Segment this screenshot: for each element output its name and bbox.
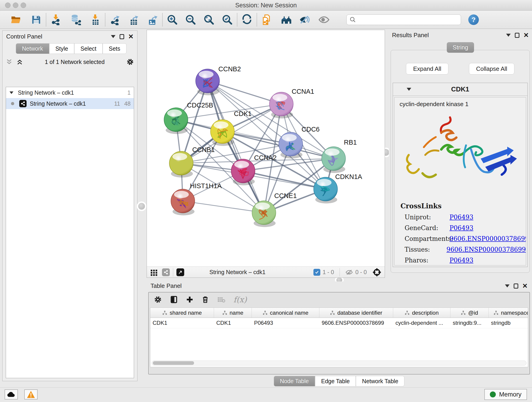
network-node-ccnb1[interactable] [169,151,193,178]
collection-expand-icon[interactable] [10,91,13,94]
panel-float-icon[interactable] [120,34,124,39]
network-node-rb1[interactable] [322,147,346,173]
crosslinks-section: CrossLinks Uniprot:P06493GeneCard:P06493… [400,202,526,264]
panel-float-icon[interactable] [514,283,518,288]
network-node-ccnb2[interactable] [196,69,220,95]
export-network-button[interactable] [109,14,121,26]
column-header[interactable]: name [214,308,252,318]
table-cell: 9606.ENSP00000378699 [319,318,393,328]
network-node-ccne1[interactable] [252,201,276,227]
import-table-button[interactable] [89,14,101,26]
column-header[interactable]: shared name [150,308,214,318]
tab-style[interactable]: Style [49,43,75,54]
crosslink-row: GeneCard:P06493 [400,224,526,231]
network-icon [19,100,27,107]
network-collection-row[interactable]: String Network – cdk1 1 [6,87,134,98]
tab-select[interactable]: Select [74,43,102,54]
table-horizontal-scrollbar[interactable] [152,361,526,366]
zoom-in-button[interactable] [166,14,178,26]
selected-checkbox-icon[interactable] [313,269,320,276]
scrollbar-thumb[interactable] [153,361,194,365]
network-node-cdkn1a[interactable] [314,177,337,204]
export-table-button[interactable] [128,14,140,26]
panel-close-icon[interactable]: ✕ [128,34,133,39]
houses-icon [281,14,292,26]
expand-all-icon[interactable] [16,58,23,65]
node-label: CCNA1 [292,88,314,95]
network-node-cdc25b[interactable] [164,108,188,134]
column-header[interactable]: database identifier [319,308,393,318]
help-button[interactable]: ? [468,14,479,25]
column-header[interactable]: description [393,308,450,318]
crosslink-link[interactable]: P06493 [450,257,473,264]
zoom-selected-button[interactable] [221,14,233,26]
string-results-container: Expand All Collapse All CDK1 cyclin-depe… [391,50,530,273]
column-header[interactable]: namespace [489,308,528,318]
tab-sets[interactable]: Sets [103,43,127,54]
tab-node-table[interactable]: Node Table [274,376,315,386]
panel-close-icon[interactable]: ✕ [524,33,529,38]
tab-network[interactable]: Network [16,43,49,54]
network-edge[interactable] [208,81,264,213]
panel-menu-icon[interactable] [111,35,115,38]
eye-icon [318,14,330,26]
import-network-from-database-button[interactable] [70,14,82,26]
collapse-all-button[interactable]: Collapse All [469,63,514,75]
crosslink-link[interactable]: P06493 [450,224,473,231]
birdseye-icon[interactable] [372,268,381,277]
zoom-fit-button[interactable] [203,14,215,26]
panel-menu-icon[interactable] [505,284,510,287]
network-node-cdc6[interactable] [279,132,303,159]
tab-network-table[interactable]: Network Table [356,376,404,386]
show-hidden-button[interactable] [318,14,330,26]
network-badge-icon [162,268,170,276]
zoom-out-button[interactable] [185,14,196,26]
table-settings-gear-icon[interactable] [154,295,162,304]
column-header[interactable]: @id [450,308,489,318]
panel-float-icon[interactable] [515,33,519,38]
table-cell: stringdb [489,318,528,328]
show-all-networks-button[interactable] [280,14,292,26]
open-session-button[interactable] [10,14,22,26]
network-node-cdk1[interactable] [210,120,234,146]
hide-selected-button[interactable] [299,14,311,26]
search-input[interactable] [358,15,458,24]
delete-column-icon[interactable] [201,296,209,303]
show-columns-icon[interactable] [170,295,178,304]
network-node-hist1h1a[interactable] [171,189,195,216]
panel-close-icon[interactable]: ✕ [522,283,528,288]
collapse-all-icon[interactable] [6,58,13,65]
column-header[interactable]: canonical name [252,308,319,318]
crosslink-link[interactable]: 9606.ENSP00000378699 [447,246,526,253]
save-session-button[interactable] [30,14,42,26]
add-column-icon[interactable] [186,296,194,303]
tab-edge-table[interactable]: Edge Table [315,376,356,386]
warnings-button[interactable] [24,389,38,400]
panel-menu-icon[interactable] [506,34,511,37]
network-edge[interactable] [183,201,264,213]
gear-icon[interactable] [126,58,134,66]
import-network-button[interactable] [50,14,62,26]
crosslink-link[interactable]: P06493 [450,214,473,221]
network-row[interactable]: String Network – cdk1 11 48 [6,98,134,109]
export-image-button[interactable] [147,14,158,26]
crosslink-link[interactable]: 9606.ENSP00000378699 [450,235,526,242]
detach-view-icon[interactable] [177,268,184,276]
network-edge[interactable] [208,81,334,159]
open-folder-icon [11,14,22,25]
network-node-ccna2[interactable] [231,159,255,185]
tab-string[interactable]: String [447,42,474,53]
memory-button[interactable]: Memory [484,389,527,400]
cloud-status-button[interactable] [5,389,18,400]
network-canvas[interactable]: CCNB2CCNA1CDC25BCDK1CDC6RB1CCNB1CCNA2CDK… [147,30,385,267]
expand-all-button[interactable]: Expand All [406,63,448,75]
table-row[interactable]: CDK1CDK1P064939606.ENSP00000378699cyclin… [150,318,528,328]
apply-layout-button[interactable] [241,14,253,26]
grid-view-icon[interactable] [150,268,158,276]
network-edge-count: 48 [124,100,131,107]
network-node-ccna1[interactable] [269,92,293,119]
left-splitter-handle[interactable] [138,203,145,210]
gene-section-header[interactable]: CDK1 [393,83,527,96]
copy-network-button[interactable] [261,14,273,26]
gene-expand-icon[interactable] [407,88,411,91]
